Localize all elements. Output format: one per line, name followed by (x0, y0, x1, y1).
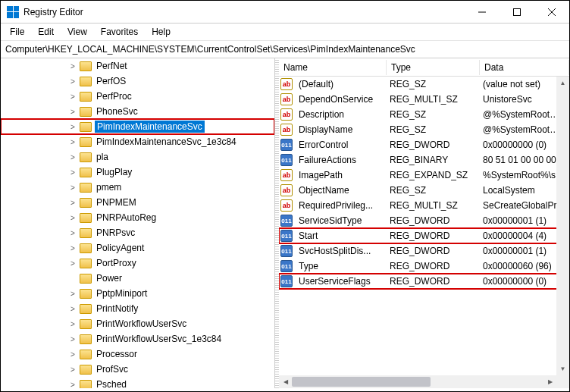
titlebar: Registry Editor (1, 1, 569, 24)
expand-icon[interactable]: > (67, 259, 78, 268)
tree-item-label: PerfNet (95, 60, 129, 72)
tree-item-label: PNRPAutoReg (95, 212, 158, 224)
tree-item[interactable]: >PrintNotify (1, 301, 274, 316)
column-type[interactable]: Type (387, 60, 480, 75)
expand-icon[interactable]: > (67, 77, 78, 86)
folder-icon (80, 152, 92, 162)
tree-item-label: PNRPsvc (95, 227, 136, 239)
tree-item[interactable]: >PlugPlay (1, 165, 274, 180)
folder-icon (80, 274, 92, 284)
list-row[interactable]: 011StartREG_DWORD0x00000004 (4) (279, 228, 569, 243)
expand-icon[interactable]: > (67, 320, 78, 328)
list-row[interactable]: abRequiredPrivileg...REG_MULTI_SZSeCreat… (279, 198, 569, 213)
expand-icon[interactable]: > (67, 62, 78, 71)
tree-item[interactable]: >PNPMEM (1, 195, 274, 210)
value-name: ServiceSidType (296, 214, 387, 227)
expand-icon[interactable]: > (67, 365, 78, 374)
address-bar[interactable]: Computer\HKEY_LOCAL_MACHINE\SYSTEM\Curre… (1, 41, 569, 58)
tree-item[interactable]: >PerfProc (1, 89, 274, 104)
value-name: UserServiceFlags (296, 274, 387, 288)
tree-item-label: pmem (95, 181, 123, 193)
expand-icon[interactable]: > (67, 381, 78, 389)
value-name: Type (296, 259, 387, 273)
expand-icon[interactable]: > (67, 123, 78, 131)
folder-icon (80, 107, 92, 117)
expand-icon[interactable]: > (67, 183, 78, 192)
list-row[interactable]: 011ErrorControlREG_DWORD0x00000000 (0) (279, 137, 569, 152)
list-row[interactable]: 011TypeREG_DWORD0x00000060 (96) (279, 259, 569, 274)
expand-icon[interactable]: > (67, 350, 78, 359)
list-row[interactable]: ab(Default)REG_SZ(value not set) (279, 77, 569, 92)
binary-icon: 011 (280, 260, 293, 272)
vertical-scrollbar[interactable]: ▲ ▼ (556, 77, 569, 375)
expand-icon[interactable]: > (67, 214, 78, 222)
tree-item[interactable]: Power (1, 271, 274, 286)
tree-item[interactable]: >PNRPsvc (1, 225, 274, 240)
tree-item[interactable]: >Psched (1, 377, 274, 388)
tree-item[interactable]: >PerfNet (1, 58, 274, 74)
value-type: REG_EXPAND_SZ (387, 168, 480, 182)
list-row[interactable]: abObjectNameREG_SZLocalSystem (279, 183, 569, 198)
expand-icon[interactable]: > (67, 335, 78, 343)
list-row[interactable]: 011ServiceSidTypeREG_DWORD0x00000001 (1) (279, 213, 569, 228)
menu-view[interactable]: View (61, 25, 93, 39)
tree-item[interactable]: >PrintWorkflowUserSvc (1, 316, 274, 331)
scroll-down-icon[interactable]: ▼ (556, 362, 569, 375)
scroll-left-icon[interactable]: ◀ (279, 375, 292, 388)
expand-icon[interactable]: > (67, 305, 78, 313)
value-type: REG_DWORD (387, 214, 480, 227)
value-type: REG_DWORD (387, 259, 480, 273)
binary-icon: 011 (280, 139, 293, 151)
folder-icon (80, 137, 92, 147)
folder-icon (80, 365, 92, 375)
expand-icon[interactable]: > (67, 229, 78, 237)
expand-icon[interactable]: > (67, 168, 78, 177)
column-data[interactable]: Data (480, 60, 569, 75)
tree-item[interactable]: >pla (1, 149, 274, 165)
expand-icon[interactable]: > (67, 153, 78, 162)
menu-help[interactable]: Help (146, 25, 177, 39)
value-name: SvcHostSplitDis... (296, 244, 387, 258)
tree-item[interactable]: >Processor (1, 347, 274, 362)
value-name: DisplayName (296, 123, 387, 136)
maximize-button[interactable] (500, 1, 534, 24)
menu-file[interactable]: File (4, 25, 30, 39)
scroll-right-icon[interactable]: ▶ (543, 375, 556, 388)
horizontal-scrollbar[interactable]: ◀ ▶ (279, 375, 556, 388)
tree-item[interactable]: >PhoneSvc (1, 104, 274, 119)
tree-item[interactable]: >pmem (1, 180, 274, 195)
tree-item[interactable]: >PortProxy (1, 256, 274, 271)
list-row[interactable]: abImagePathREG_EXPAND_SZ%SystemRoot%\sys… (279, 168, 569, 183)
tree-item-label: PerfOS (95, 75, 127, 87)
tree-item[interactable]: >PolicyAgent (1, 240, 274, 256)
list-row[interactable]: abDescriptionREG_SZ@%SystemRoot%\system (279, 107, 569, 122)
list-row[interactable]: 011UserServiceFlagsREG_DWORD0x00000000 (… (279, 274, 569, 289)
tree-item-label: PlugPlay (95, 166, 133, 178)
expand-icon[interactable]: > (67, 108, 78, 116)
expand-icon[interactable]: > (67, 138, 78, 146)
tree-item[interactable]: >PimIndexMaintenanceSvc (1, 119, 274, 134)
expand-icon[interactable]: > (67, 93, 78, 101)
list-row[interactable]: abDependOnServiceREG_MULTI_SZUnistoreSvc (279, 92, 569, 107)
column-name[interactable]: Name (279, 60, 387, 75)
menu-edit[interactable]: Edit (32, 25, 60, 39)
list-row[interactable]: abDisplayNameREG_SZ@%SystemRoot%\system (279, 122, 569, 137)
minimize-button[interactable] (465, 1, 500, 24)
tree-item[interactable]: >PimIndexMaintenanceSvc_1e3c84 (1, 134, 274, 149)
tree-item[interactable]: >PerfOS (1, 74, 274, 89)
scroll-up-icon[interactable]: ▲ (556, 77, 569, 89)
tree-item[interactable]: >PNRPAutoReg (1, 210, 274, 225)
tree-item[interactable]: >ProfSvc (1, 362, 274, 377)
scroll-thumb[interactable] (292, 377, 431, 387)
expand-icon[interactable]: > (67, 199, 78, 207)
main-content: >PerfNet>PerfOS>PerfProc>PhoneSvc>PimInd… (1, 58, 569, 388)
tree-item[interactable]: >PrintWorkflowUserSvc_1e3c84 (1, 331, 274, 347)
menu-favorites[interactable]: Favorites (95, 25, 144, 39)
value-type: REG_DWORD (387, 229, 480, 243)
close-button[interactable] (534, 1, 569, 24)
list-row[interactable]: 011SvcHostSplitDis...REG_DWORD0x00000001… (279, 243, 569, 259)
list-row[interactable]: 011FailureActionsREG_BINARY80 51 01 00 0… (279, 152, 569, 168)
expand-icon[interactable]: > (67, 244, 78, 252)
expand-icon[interactable]: > (67, 290, 78, 298)
tree-item[interactable]: >PptpMiniport (1, 286, 274, 301)
